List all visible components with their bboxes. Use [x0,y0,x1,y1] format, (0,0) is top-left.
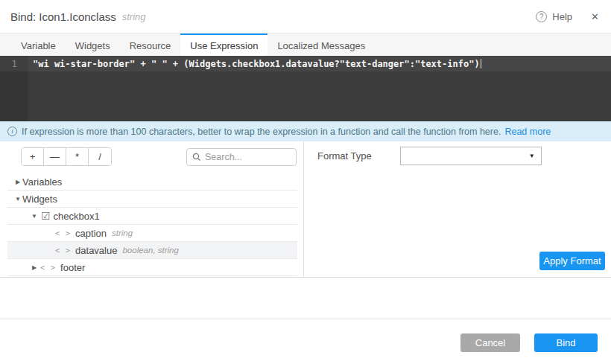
checkbox-widget-icon: ☑ [41,210,51,222]
format-type-label: Format Type [317,150,372,162]
binding-tree: ▶ Variables ▼ Widgets ▼ ☑ checkbox1 < > … [7,173,297,276]
tab-bar: Variable Widgets Resource Use Expression… [0,33,611,56]
info-icon: i [7,127,17,136]
property-type-hint: string [122,11,146,22]
text-cursor [481,59,481,68]
expression-code[interactable]: "wi wi-star-border" + " " + (Widgets.che… [28,59,480,69]
chevron-down-icon[interactable]: ▼ [30,213,39,220]
tree-item-type: string [112,229,133,237]
multiply-operator-button[interactable]: * [66,148,89,165]
line-number: 1 [0,59,28,69]
format-panel: Format Type ▼ Apply Format [304,141,611,277]
search-icon [192,153,201,162]
operator-button-group: + — * / [21,147,112,166]
editor-line-1: 1 "wi wi-star-border" + " " + (Widgets.c… [0,56,611,71]
tree-item-label: datavalue [75,245,117,256]
close-icon[interactable]: ✕ [591,11,599,22]
property-icon: < > [55,229,71,237]
tab-resource[interactable]: Resource [120,33,181,56]
tree-item-datavalue[interactable]: < > datavalue boolean, string [7,242,297,259]
tree-item-checkbox1[interactable]: ▼ ☑ checkbox1 [7,208,297,225]
caret-down-icon: ▼ [529,153,535,159]
info-bar: i If expression is more than 100 charact… [0,121,611,141]
dialog-header: Bind: Icon1.Iconclass string ? Help ✕ [0,0,611,33]
info-message: If expression is more than 100 character… [22,127,501,137]
tree-item-variables[interactable]: ▶ Variables [7,173,297,191]
dialog-title: Bind: Icon1.Iconclass [10,10,116,23]
tree-item-label: caption [75,228,107,239]
tree-item-label: footer [60,262,85,273]
tree-item-label: Widgets [22,194,57,205]
tree-item-label: checkbox1 [54,211,100,222]
search-input[interactable] [205,152,291,162]
tab-use-expression[interactable]: Use Expression [180,33,267,56]
property-icon: < > [40,264,56,272]
expression-toolbar: + — * / [0,147,303,166]
minus-operator-button[interactable]: — [44,148,66,165]
content-area: + — * / ▶ Variables ▼ [0,141,611,278]
divide-operator-button[interactable]: / [89,148,111,165]
help-icon[interactable]: ? [536,11,547,22]
apply-format-button[interactable]: Apply Format [539,252,605,270]
bind-button[interactable]: Bind [534,333,598,352]
dialog-footer: Cancel Bind [0,319,611,364]
plus-operator-button[interactable]: + [22,148,44,165]
tab-variable[interactable]: Variable [11,33,66,56]
chevron-right-icon[interactable]: ▶ [30,264,39,271]
expression-editor[interactable]: 1 "wi wi-star-border" + " " + (Widgets.c… [0,56,611,121]
tree-panel: + — * / ▶ Variables ▼ [0,141,304,277]
tree-item-caption[interactable]: < > caption string [7,225,297,242]
tree-item-footer[interactable]: ▶ < > footer [7,259,297,276]
tree-item-type: boolean, string [122,246,178,255]
tab-localized-messages[interactable]: Localized Messages [267,33,375,56]
help-link[interactable]: Help [552,11,572,22]
property-icon: < > [55,246,71,255]
read-more-link[interactable]: Read more [504,127,551,137]
tree-item-widgets[interactable]: ▼ Widgets [7,191,297,208]
search-box [186,148,297,166]
tab-widgets[interactable]: Widgets [66,33,120,56]
format-type-select[interactable]: ▼ [400,147,542,165]
bind-dialog: Bind: Icon1.Iconclass string ? Help ✕ Va… [0,0,611,364]
tree-item-label: Variables [22,176,62,188]
cancel-button[interactable]: Cancel [460,333,520,352]
chevron-right-icon[interactable]: ▶ [13,179,22,185]
chevron-down-icon[interactable]: ▼ [13,196,22,202]
